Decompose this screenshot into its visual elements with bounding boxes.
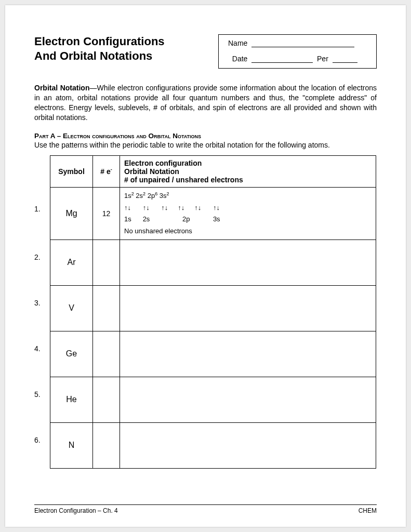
content-cell: 1s2 2s2 2p6 3s2 ↑↓ ↑↓ ↑↓↑↓↑↓ ↑↓ 1s 2s 2p… [120, 187, 376, 240]
symbol-cell: Ar [50, 240, 93, 285]
page-title: Electron Configurations And Orbital Nota… [34, 34, 165, 69]
date-per-row: Date Per [228, 55, 369, 63]
title-line-2: And Orbital Notations [34, 49, 152, 62]
part-a-heading: Part A – Electron configurations and Orb… [34, 132, 377, 140]
date-input-line[interactable] [251, 62, 313, 63]
content-cell[interactable] [120, 240, 376, 285]
col-symbol: Symbol [50, 155, 93, 187]
header: Electron Configurations And Orbital Nota… [34, 34, 377, 69]
symbol-cell: Ge [50, 331, 93, 377]
title-line-1: Electron Configurations [34, 35, 165, 48]
symbol-cell: Mg [50, 187, 93, 240]
worksheet-page: Electron Configurations And Orbital Nota… [5, 5, 406, 527]
row-num: 5. [34, 371, 50, 417]
row-num: 3. [34, 280, 50, 326]
electron-cell[interactable] [93, 240, 120, 285]
orbital-arrows: ↑↓ ↑↓ ↑↓↑↓↑↓ ↑↓ [124, 203, 372, 213]
page-footer: Electron Configuration – Ch. 4 CHEM [34, 504, 377, 514]
table-row: V [50, 285, 376, 331]
table-row: Mg 12 1s2 2s2 2p6 3s2 ↑↓ ↑↓ ↑↓↑↓↑↓ ↑↓ 1s… [50, 187, 376, 240]
name-date-box: Name Date Per [218, 34, 377, 69]
symbol-cell: V [50, 285, 93, 331]
col-config: Electron configuration Orbital Notation … [120, 155, 376, 187]
date-label: Date [232, 55, 248, 63]
electron-cell[interactable] [93, 285, 120, 331]
per-input-line[interactable] [333, 62, 357, 63]
part-a-caps: Electron configurations and Orbital Nota… [63, 132, 201, 140]
content-cell[interactable] [120, 285, 376, 331]
mg-config-line: 1s2 2s2 2p6 3s2 [124, 191, 372, 201]
mg-unshared: No unshared electrons [124, 226, 372, 236]
electron-cell[interactable] [93, 422, 120, 468]
name-label: Name [228, 39, 247, 47]
electron-cell[interactable] [93, 331, 120, 377]
table-wrap: 1. 2. 3. 4. 5. 6. Symbol # e- Electron c… [34, 155, 377, 469]
col-electrons: # e- [93, 155, 120, 187]
electron-cell: 12 [93, 187, 120, 240]
table-row: He [50, 377, 376, 422]
footer-right: CHEM [359, 507, 377, 514]
table-row: Ar [50, 240, 376, 285]
intro-paragraph: Orbital Notation—While electron configur… [34, 83, 377, 123]
name-input-line[interactable] [251, 47, 354, 47]
content-cell[interactable] [120, 377, 376, 422]
orbital-labels: 1s 2s 2p 3s [124, 214, 372, 224]
per-label: Per [317, 55, 328, 63]
row-num: 2. [34, 234, 50, 280]
content-cell[interactable] [120, 422, 376, 468]
name-field-row: Name [228, 39, 369, 47]
intro-lead: Orbital Notation [34, 84, 89, 92]
row-num: 6. [34, 417, 50, 463]
part-a-instructions: Use the patterns within the periodic tab… [34, 141, 377, 149]
symbol-cell: N [50, 422, 93, 468]
worksheet-table: Symbol # e- Electron configuration Orbit… [50, 155, 376, 469]
electron-cell[interactable] [93, 377, 120, 422]
row-num: 4. [34, 326, 50, 371]
row-num: 1. [34, 183, 50, 234]
symbol-cell: He [50, 377, 93, 422]
row-numbers: 1. 2. 3. 4. 5. 6. [34, 155, 50, 469]
content-cell[interactable] [120, 331, 376, 377]
footer-left: Electron Configuration – Ch. 4 [34, 507, 118, 514]
table-row: N [50, 422, 376, 468]
table-header-row: Symbol # e- Electron configuration Orbit… [50, 155, 376, 187]
table-row: Ge [50, 331, 376, 377]
part-a-prefix: Part A – [34, 132, 63, 140]
